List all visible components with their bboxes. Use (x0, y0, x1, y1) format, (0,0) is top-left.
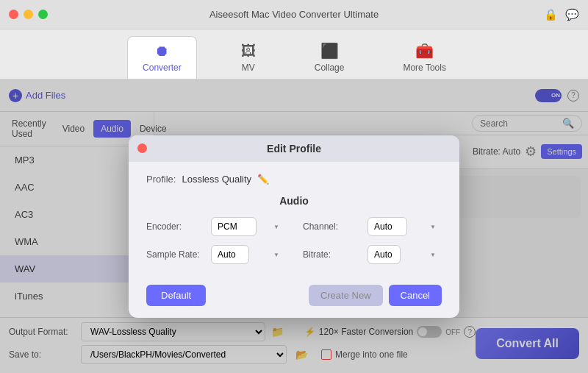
collage-label: Collage (315, 63, 345, 73)
more-tools-label: More Tools (403, 63, 445, 73)
modal-sample-rate-row: Sample Rate: Auto 44100 48000 (146, 245, 285, 264)
tab-converter[interactable]: ⏺ Converter (127, 36, 197, 79)
modal-profile-row: Profile: Lossless Quality ✏️ (146, 174, 442, 185)
modal-profile-label: Profile: (146, 174, 176, 185)
modal-channel-wrapper: Auto Mono Stereo (368, 217, 442, 236)
modal-channel-select[interactable]: Auto Mono Stereo (368, 217, 407, 236)
modal-channel-label: Channel: (303, 221, 362, 232)
modal-encoder-wrapper: PCM ADPCM MP3 AAC (211, 217, 285, 236)
close-button[interactable] (9, 10, 18, 19)
modal-body: Profile: Lossless Quality ✏️ Audio Encod… (129, 162, 459, 318)
modal-default-button[interactable]: Default (146, 285, 206, 306)
maximize-button[interactable] (38, 10, 48, 19)
modal-create-new-button[interactable]: Create New (309, 285, 383, 306)
titlebar-actions: 🔒 💬 (544, 8, 579, 21)
modal-profile-name: Lossless Quality (182, 174, 251, 185)
edit-profile-icon[interactable]: ✏️ (257, 174, 269, 185)
modal-sample-rate-select[interactable]: Auto 44100 48000 (211, 245, 249, 264)
modal-encoder-row: Encoder: PCM ADPCM MP3 AAC (146, 217, 285, 236)
tab-more-tools[interactable]: 🧰 More Tools (388, 36, 460, 79)
converter-icon: ⏺ (154, 43, 169, 60)
modal-channel-row: Channel: Auto Mono Stereo (303, 217, 442, 236)
modal-overlay[interactable]: Edit Profile Profile: Lossless Quality ✏… (0, 79, 588, 373)
modal-bitrate-select[interactable]: Auto 128k 192k 320k (368, 245, 401, 264)
edit-profile-modal: Edit Profile Profile: Lossless Quality ✏… (129, 135, 459, 318)
app-title: Aiseesoft Mac Video Converter Ultimate (209, 9, 379, 20)
modal-actions: Default Create New Cancel (146, 279, 442, 306)
modal-bitrate-row: Bitrate: Auto 128k 192k 320k (303, 245, 442, 264)
modal-encoder-label: Encoder: (146, 221, 205, 232)
modal-bitrate-label: Bitrate: (303, 249, 362, 260)
converter-label: Converter (143, 63, 182, 73)
modal-cancel-button[interactable]: Cancel (389, 285, 442, 306)
modal-encoder-select[interactable]: PCM ADPCM MP3 AAC (211, 217, 257, 236)
tab-collage[interactable]: ⬛ Collage (300, 36, 359, 79)
modal-titlebar: Edit Profile (129, 135, 459, 162)
modal-close-button[interactable] (137, 143, 147, 153)
minimize-button[interactable] (24, 10, 33, 19)
titlebar-buttons (9, 10, 48, 19)
collage-icon: ⬛ (320, 42, 339, 60)
lock-icon[interactable]: 🔒 (544, 8, 558, 21)
modal-sample-rate-label: Sample Rate: (146, 249, 205, 260)
more-tools-icon: 🧰 (415, 42, 434, 60)
main-area: + Add Files ON ? Recently Used Video Aud… (0, 79, 588, 373)
titlebar: Aiseesoft Mac Video Converter Ultimate 🔒… (0, 0, 588, 29)
modal-title: Edit Profile (267, 143, 321, 154)
mv-icon: 🖼 (241, 43, 256, 60)
mv-label: MV (242, 63, 255, 73)
tab-mv[interactable]: 🖼 MV (226, 37, 270, 79)
top-nav: ⏺ Converter 🖼 MV ⬛ Collage 🧰 More Tools (0, 29, 588, 79)
modal-bitrate-wrapper: Auto 128k 192k 320k (368, 245, 442, 264)
modal-action-right: Create New Cancel (309, 285, 442, 306)
chat-icon[interactable]: 💬 (565, 8, 579, 21)
modal-sample-rate-wrapper: Auto 44100 48000 (211, 245, 285, 264)
modal-section-audio: Audio (146, 195, 442, 207)
